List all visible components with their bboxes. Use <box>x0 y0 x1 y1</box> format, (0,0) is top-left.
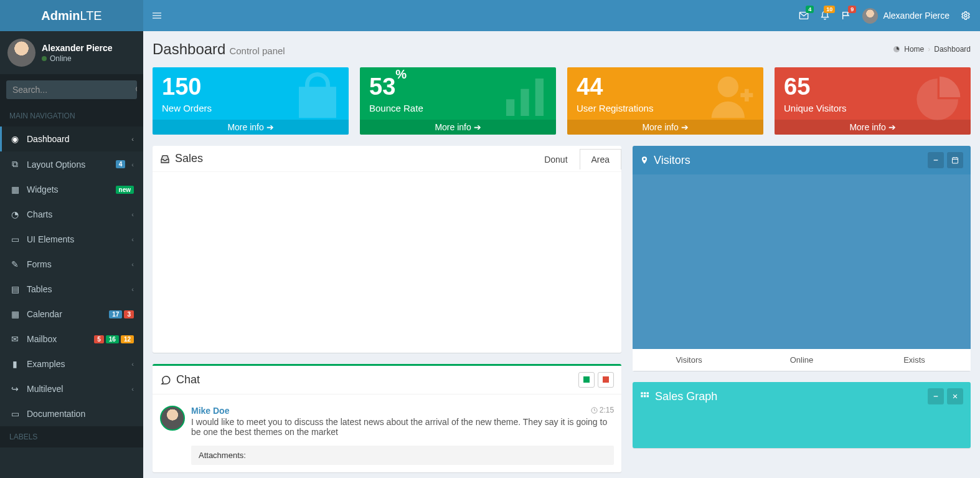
nav-label: Calendar <box>27 309 103 319</box>
visitors-map[interactable] <box>633 174 971 349</box>
brand-logo[interactable]: AdminLTE <box>0 0 143 31</box>
sidebar-item-layout-options[interactable]: ⧉Layout Options4‹ <box>0 151 143 177</box>
user-avatar[interactable] <box>7 39 35 67</box>
search-button[interactable] <box>128 80 137 99</box>
chat-sender[interactable]: Mike Doe <box>191 406 229 416</box>
user-panel: Alexander Pierce Online <box>0 31 143 74</box>
messages-badge: 4 <box>806 6 814 13</box>
alerts-notif[interactable]: 10 <box>820 11 830 21</box>
chevron-left-icon: ‹ <box>131 360 134 368</box>
nav-icon: ✉ <box>9 334 21 344</box>
page-title: DashboardControl panel <box>153 41 285 58</box>
stat-icon <box>915 72 964 122</box>
chevron-left-icon: ‹ <box>131 236 134 243</box>
nav-icon: ▤ <box>9 284 21 294</box>
nav-label: Documentation <box>27 409 134 419</box>
labels-header: LABELS <box>0 426 143 447</box>
messages-notif[interactable]: 4 <box>799 11 809 21</box>
sidebar-item-calendar[interactable]: ▦Calendar173 <box>0 302 143 327</box>
chevron-left-icon: ‹ <box>131 385 134 393</box>
stat-row: 150New OrdersMore info ➔53%Bounce RateMo… <box>153 67 971 135</box>
visitors-box: Visitors <box>633 146 971 371</box>
stat-icon <box>500 72 550 122</box>
topbar-user[interactable]: Alexander Pierce <box>862 8 949 24</box>
visitors-stat-exists[interactable]: Exists <box>858 349 971 371</box>
chevron-left-icon: ‹ <box>131 285 134 293</box>
salesgraph-close-button[interactable] <box>947 388 963 404</box>
nav-label: Multilevel <box>27 384 125 394</box>
sidebar-item-ui-elements[interactable]: ▭UI Elements‹ <box>0 227 143 252</box>
sales-chart-area <box>153 172 621 353</box>
sidebar-nav: ◉Dashboard‹⧉Layout Options4‹▦Widgetsnew◔… <box>0 127 143 426</box>
visitors-title: Visitors <box>640 154 690 167</box>
chat-message: 2:15 Mike Doe I would like to meet you t… <box>160 402 614 441</box>
salesgraph-title: Sales Graph <box>640 390 717 403</box>
visitors-stat-visitors[interactable]: Visitors <box>633 349 745 371</box>
visitors-collapse-button[interactable] <box>928 152 944 168</box>
svg-rect-23 <box>647 395 649 397</box>
sidebar-item-examples[interactable]: ▮Examples‹ <box>0 351 143 376</box>
chat-body: 2:15 Mike Doe I would like to meet you t… <box>153 394 621 472</box>
sidebar-item-forms[interactable]: ✎Forms‹ <box>0 252 143 277</box>
nav-icon: ◔ <box>9 209 21 219</box>
nav-badge: new <box>116 186 134 194</box>
svg-rect-22 <box>644 395 646 397</box>
svg-point-6 <box>964 14 967 17</box>
square-red-icon <box>603 376 609 383</box>
nav-badge: 3 <box>124 310 134 318</box>
salesgraph-box: Sales Graph <box>633 382 971 448</box>
calendar-icon <box>951 156 959 164</box>
nav-badge: 17 <box>109 310 122 318</box>
svg-rect-10 <box>535 79 544 116</box>
chat-time: 2:15 <box>591 406 614 414</box>
chat-avatar[interactable] <box>160 406 185 431</box>
chat-status-busy-button[interactable] <box>598 372 614 388</box>
salesgraph-collapse-button[interactable] <box>928 388 944 404</box>
hamburger-icon <box>153 11 161 20</box>
tab-donut[interactable]: Donut <box>532 149 579 170</box>
chevron-left-icon: ‹ <box>131 261 134 268</box>
chat-box: Chat <box>153 364 621 472</box>
chat-status-online-button[interactable] <box>578 372 595 388</box>
online-dot-icon <box>42 56 47 61</box>
breadcrumb-sep: › <box>928 45 930 54</box>
sidebar-item-dashboard[interactable]: ◉Dashboard‹ <box>0 127 143 151</box>
menu-toggle[interactable] <box>153 11 161 20</box>
nav-label: Dashboard <box>27 134 125 144</box>
sidebar-item-mailbox[interactable]: ✉Mailbox51612 <box>0 327 143 351</box>
user-status[interactable]: Online <box>42 54 113 63</box>
clock-icon <box>591 407 598 414</box>
nav-icon: ↪ <box>9 384 21 394</box>
brand-light: LTE <box>80 9 102 22</box>
comments-icon <box>160 375 171 386</box>
tasks-notif[interactable]: 9 <box>841 11 851 21</box>
nav-icon: ▦ <box>9 184 21 194</box>
sidebar-item-widgets[interactable]: ▦Widgetsnew <box>0 177 143 202</box>
page-subtitle: Control panel <box>229 45 285 56</box>
visitors-calendar-button[interactable] <box>947 152 963 168</box>
tab-area[interactable]: Area <box>580 149 622 170</box>
svg-rect-4 <box>153 18 161 19</box>
svg-point-0 <box>136 87 137 92</box>
stat-icon <box>707 72 757 122</box>
sales-box: Sales Donut Area <box>153 146 621 353</box>
sidebar-item-tables[interactable]: ▤Tables‹ <box>0 277 143 302</box>
sidebar-item-documentation[interactable]: ▭Documentation <box>0 401 143 426</box>
breadcrumb: Home › Dashboard <box>893 45 971 54</box>
search-input[interactable] <box>6 80 128 99</box>
breadcrumb-home[interactable]: Home <box>904 45 924 54</box>
nav-badge: 4 <box>116 160 126 168</box>
sidebar-item-charts[interactable]: ◔Charts‹ <box>0 202 143 227</box>
map-marker-icon <box>640 156 649 165</box>
search-icon <box>135 85 137 94</box>
nav-label: Forms <box>27 259 125 269</box>
sidebar-item-multilevel[interactable]: ↪Multilevel‹ <box>0 376 143 401</box>
minus-icon <box>933 393 939 399</box>
nav-header: MAIN NAVIGATION <box>0 105 143 127</box>
salesgraph-body <box>633 411 971 448</box>
visitors-stat-online[interactable]: Online <box>745 349 858 371</box>
nav-icon: ▭ <box>9 234 21 244</box>
arrow-circle-icon: ➔ <box>474 122 481 132</box>
settings-button[interactable] <box>961 11 971 21</box>
arrow-circle-icon: ➔ <box>681 122 689 132</box>
